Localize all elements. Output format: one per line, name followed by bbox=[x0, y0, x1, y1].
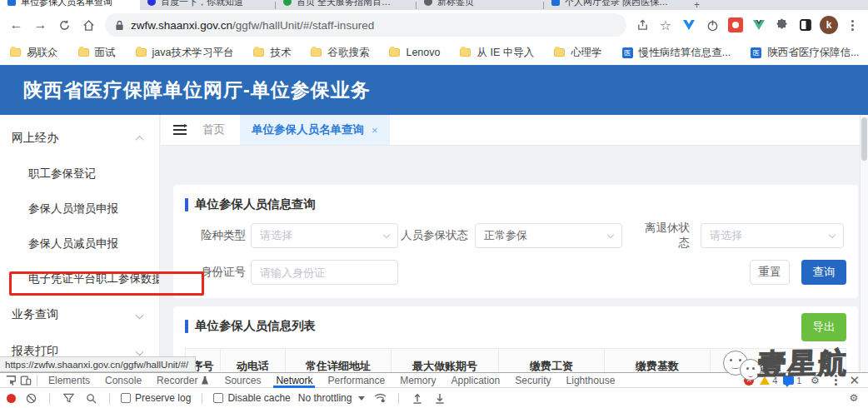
page-scrollbar[interactable] bbox=[860, 115, 868, 372]
bookmark-item[interactable]: 易联众 bbox=[10, 46, 58, 60]
sidebar-item-add-insured[interactable]: 参保人员增员申报 bbox=[0, 192, 159, 226]
vue-devtools-icon[interactable] bbox=[678, 14, 700, 36]
devtools-tab-security[interactable]: Security bbox=[507, 375, 558, 386]
tab-favicon bbox=[147, 0, 156, 6]
devtools-tab-recorder[interactable]: Recorder bbox=[149, 375, 217, 386]
disable-cache-control[interactable]: Disable cache bbox=[213, 392, 290, 404]
folder-icon bbox=[460, 48, 471, 57]
preserve-log-control[interactable]: Preserve log bbox=[121, 392, 191, 404]
search-button[interactable]: 查询 bbox=[801, 260, 846, 285]
bookmark-item[interactable]: 医慢性病结算信息查... bbox=[622, 46, 731, 60]
insured-status-select[interactable]: 正常参保 bbox=[475, 223, 622, 248]
folder-icon bbox=[311, 48, 322, 57]
network-settings-gear-icon[interactable]: ⚙ bbox=[846, 391, 861, 405]
devtools-tab-network[interactable]: Network bbox=[268, 375, 320, 386]
share-icon[interactable] bbox=[631, 14, 653, 36]
devtools-tab-performance[interactable]: Performance bbox=[320, 375, 392, 386]
bookmark-item[interactable]: Lenovo bbox=[389, 47, 440, 58]
list-card-title: 单位参保人员信息列表 bbox=[173, 306, 858, 334]
devtools-separator bbox=[202, 393, 202, 404]
bookmark-item[interactable]: java技术学习平台 bbox=[136, 46, 234, 60]
sidebar-item-staff-registration[interactable]: 职工参保登记 bbox=[0, 157, 159, 192]
bookmark-item[interactable]: 谷歌搜索 bbox=[311, 46, 369, 60]
bookmark-item[interactable]: 技术 bbox=[253, 46, 291, 60]
clear-network-log-icon[interactable] bbox=[23, 391, 38, 405]
device-toolbar-icon[interactable] bbox=[18, 374, 33, 387]
query-card-title: 单位参保人员信息查询 bbox=[173, 185, 858, 212]
browser-tab-2[interactable]: 百度一下，你就知道 bbox=[140, 0, 275, 10]
chevron-down-icon bbox=[136, 311, 144, 319]
bookmark-item[interactable]: 医陕西省医疗保障信... bbox=[751, 46, 859, 60]
browser-tab-5[interactable]: 个人网厅登录 陕西医保… bbox=[544, 0, 687, 10]
sidebar: 网上经办 职工参保登记 参保人员增员申报 参保人员减员申报 电子凭证平台职工参保… bbox=[0, 115, 160, 372]
avatar[interactable]: k bbox=[818, 14, 840, 36]
sidebar-group-business-query[interactable]: 业务查询 bbox=[0, 296, 159, 333]
devtools-tab-application[interactable]: Application bbox=[444, 375, 508, 386]
devtools-tab-memory[interactable]: Memory bbox=[392, 375, 443, 386]
browser-tab-3[interactable]: 首页 全天服务指南百… bbox=[276, 0, 416, 10]
url-path: /ggfw/hallUnit/#/staff-insured bbox=[232, 19, 374, 32]
url-text: zwfw.shaanxi.gov.cn/ggfw/hallUnit/#/staf… bbox=[131, 19, 374, 32]
record-network-log-icon[interactable] bbox=[7, 394, 16, 403]
query-form-row-1: 险种类型 请选择 人员参保状态 正常参保 离退休状态 请选择 bbox=[173, 223, 858, 248]
devtools-tab-elements[interactable]: Elements bbox=[41, 375, 97, 386]
import-har-icon[interactable] bbox=[410, 391, 425, 405]
devtools-separator bbox=[37, 375, 37, 386]
devtools-tab-lighthouse[interactable]: Lighthouse bbox=[559, 375, 623, 386]
tab-favicon bbox=[7, 0, 16, 6]
bookmark-star-icon[interactable]: ☆ bbox=[655, 14, 676, 36]
field-label-insurance-type: 险种类型 bbox=[173, 228, 246, 243]
app-header: 陕西省医疗保障单位网厅-单位参保业务 bbox=[0, 65, 868, 115]
search-icon[interactable] bbox=[83, 391, 98, 405]
column-header-max-period: 最大做账期号 bbox=[392, 349, 499, 372]
sidebar-group-label: 业务查询 bbox=[12, 307, 58, 322]
back-icon[interactable]: ← bbox=[5, 14, 27, 37]
devtools-tab-sources[interactable]: Sources bbox=[217, 375, 268, 386]
folder-icon bbox=[10, 48, 21, 57]
filter-icon[interactable] bbox=[61, 391, 76, 405]
bookmark-item[interactable]: 心理学 bbox=[554, 46, 602, 60]
throttling-select[interactable]: No throttling bbox=[298, 392, 366, 404]
browser-tab-1[interactable]: 单位参保人员名单查询 bbox=[0, 0, 140, 10]
devtools-close-icon[interactable]: ✕ bbox=[849, 374, 860, 386]
folder-icon bbox=[136, 48, 147, 57]
extensions-puzzle-icon[interactable] bbox=[771, 14, 793, 36]
retirement-status-select[interactable]: 请选择 bbox=[701, 223, 844, 248]
export-button[interactable]: 导出 bbox=[801, 313, 846, 341]
home-icon[interactable] bbox=[77, 14, 100, 37]
insurance-type-select[interactable]: 请选择 bbox=[251, 223, 398, 248]
breadcrumb-home[interactable]: 首页 bbox=[202, 122, 225, 137]
vue-extension-icon[interactable] bbox=[748, 14, 770, 36]
reload-icon[interactable] bbox=[53, 14, 76, 37]
tab-group-icon[interactable] bbox=[795, 14, 816, 36]
disable-cache-checkbox[interactable] bbox=[213, 393, 223, 403]
browser-menu-icon[interactable] bbox=[841, 14, 863, 36]
sidebar-group-online-services[interactable]: 网上经办 bbox=[0, 120, 159, 157]
folder-icon bbox=[554, 48, 565, 57]
reset-button[interactable]: 重置 bbox=[750, 260, 790, 285]
collapse-sidebar-icon[interactable] bbox=[172, 124, 187, 136]
tab-insured-list-query[interactable]: 单位参保人员名单查询 × bbox=[240, 115, 390, 145]
inspect-element-icon[interactable] bbox=[3, 374, 18, 387]
close-tab-icon[interactable]: × bbox=[372, 124, 378, 137]
export-har-icon[interactable] bbox=[432, 391, 447, 405]
page-title: 陕西省医疗保障单位网厅-单位参保业务 bbox=[23, 77, 371, 103]
column-header-address: 常住详细地址 bbox=[286, 349, 392, 372]
forward-icon[interactable]: → bbox=[29, 14, 52, 37]
browser-toolbar: ← → zwfw.shaanxi.gov.cn/ggfw/hallUnit/#/… bbox=[0, 10, 868, 40]
browser-tab-label: 新标签页 bbox=[437, 0, 474, 8]
new-tab-button[interactable]: + bbox=[687, 0, 706, 10]
power-extension-icon[interactable] bbox=[701, 14, 723, 36]
preserve-log-checkbox[interactable] bbox=[121, 393, 131, 403]
browser-tab-4[interactable]: 新标签页 bbox=[417, 0, 543, 10]
id-number-input[interactable] bbox=[251, 260, 398, 285]
bookmark-item[interactable]: 面试 bbox=[78, 46, 116, 60]
scrollbar-thumb[interactable] bbox=[861, 117, 867, 161]
network-conditions-icon[interactable] bbox=[372, 391, 387, 405]
red-extension-icon[interactable] bbox=[725, 14, 746, 36]
sidebar-item-remove-insured[interactable]: 参保人员减员申报 bbox=[0, 226, 159, 261]
tab-label: 单位参保人员名单查询 bbox=[252, 122, 364, 137]
bookmark-item[interactable]: 从 IE 中导入 bbox=[460, 46, 534, 60]
devtools-tab-console[interactable]: Console bbox=[97, 375, 149, 386]
address-bar[interactable]: zwfw.shaanxi.gov.cn/ggfw/hallUnit/#/staf… bbox=[105, 13, 626, 37]
